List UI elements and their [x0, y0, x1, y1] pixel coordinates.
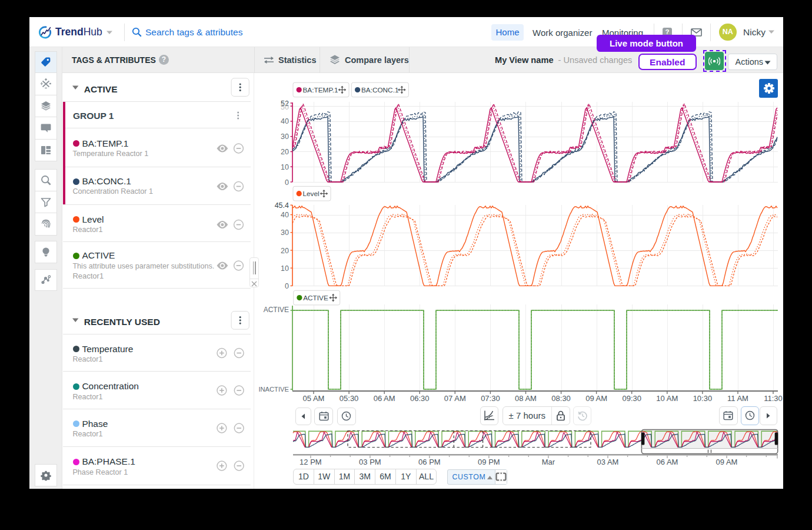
- svg-text:BA:CONC.1: BA:CONC.1: [361, 86, 399, 94]
- svg-text:09 PM: 09 PM: [478, 458, 500, 466]
- svg-text:0: 0: [285, 178, 289, 187]
- svg-text:06 AM: 06 AM: [374, 394, 395, 403]
- svg-text:11 AM: 11 AM: [727, 394, 748, 403]
- svg-text:0: 0: [285, 282, 289, 290]
- svg-text:40: 40: [281, 211, 289, 219]
- svg-text:10: 10: [281, 163, 289, 171]
- svg-text:20: 20: [281, 247, 289, 255]
- svg-text:40: 40: [281, 117, 289, 125]
- svg-text:ACTIVE: ACTIVE: [264, 306, 289, 314]
- svg-text:10: 10: [281, 264, 289, 273]
- svg-text:45.4: 45.4: [275, 201, 289, 210]
- svg-text:12 PM: 12 PM: [299, 458, 322, 466]
- svg-text:10 AM: 10 AM: [656, 394, 678, 403]
- svg-text:11:30: 11:30: [764, 394, 783, 403]
- svg-text:Level: Level: [303, 190, 320, 198]
- svg-text:07 AM: 07 AM: [444, 394, 466, 403]
- svg-text:03 PM: 03 PM: [359, 458, 381, 466]
- svg-text:09 AM: 09 AM: [716, 458, 738, 466]
- svg-text:05:30: 05:30: [340, 394, 359, 403]
- svg-text:05 AM: 05 AM: [303, 394, 325, 403]
- svg-text:06 PM: 06 PM: [418, 458, 441, 466]
- svg-text:Mar: Mar: [542, 458, 555, 466]
- svg-text:30: 30: [281, 228, 289, 237]
- svg-text:08 AM: 08 AM: [515, 394, 537, 403]
- svg-text:ACTIVE: ACTIVE: [303, 294, 328, 302]
- svg-text:10:30: 10:30: [693, 394, 713, 403]
- svg-text:50: 50: [281, 103, 289, 111]
- svg-text:30: 30: [281, 132, 289, 141]
- svg-text:06:30: 06:30: [410, 394, 430, 403]
- svg-text:07:30: 07:30: [481, 394, 500, 403]
- svg-text:BA:TEMP.1: BA:TEMP.1: [303, 86, 338, 94]
- svg-text:06 AM: 06 AM: [657, 458, 678, 466]
- svg-text:03 AM: 03 AM: [597, 458, 619, 466]
- svg-text:INACTIVE: INACTIVE: [258, 386, 289, 393]
- svg-text:08:30: 08:30: [551, 394, 571, 403]
- svg-text:09 AM: 09 AM: [585, 394, 607, 403]
- svg-text:20: 20: [281, 148, 289, 156]
- svg-text:09:30: 09:30: [622, 394, 641, 403]
